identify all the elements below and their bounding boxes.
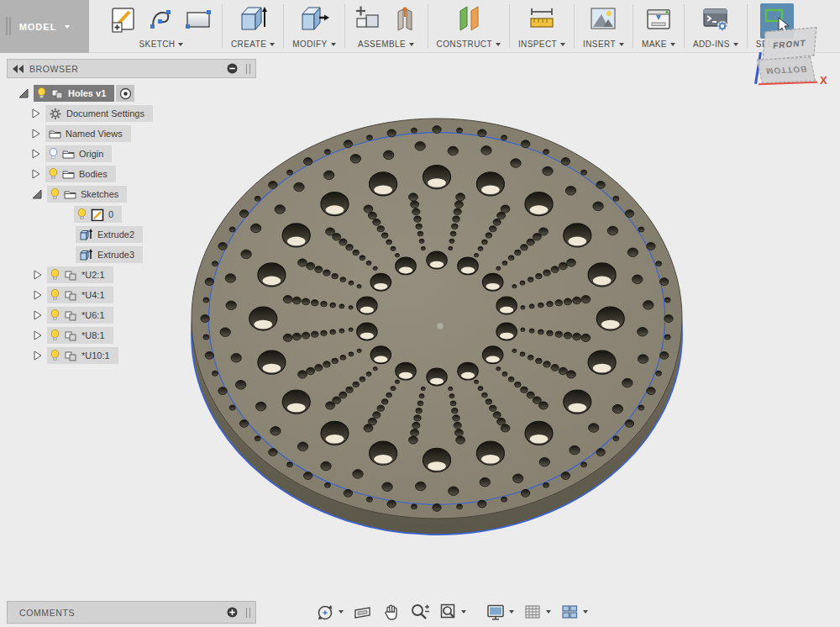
grid-snap-button[interactable] — [520, 600, 554, 624]
insert-canvas-button[interactable] — [587, 4, 619, 38]
look-at-button[interactable] — [349, 600, 375, 624]
expand-closed-icon[interactable] — [34, 290, 42, 300]
fit-button[interactable] — [436, 600, 470, 624]
tree-item-sketch-0[interactable]: 0 — [74, 206, 122, 223]
panel-resize-grip[interactable] — [246, 64, 250, 74]
tree-item-u2[interactable]: *U2:1 — [47, 266, 113, 283]
tree-row-u4[interactable]: *U4:1 — [7, 285, 256, 305]
create-sketch-icon — [109, 4, 138, 34]
extrude-button[interactable] — [237, 3, 269, 39]
tree-item-extrude3[interactable]: Extrude3 — [76, 246, 143, 263]
collapse-panel-icon[interactable] — [13, 65, 24, 73]
measure-button[interactable] — [526, 4, 558, 38]
expand-closed-icon[interactable] — [34, 350, 42, 361]
viewports-button[interactable] — [557, 600, 591, 624]
sketch-menu[interactable]: SKETCH — [139, 40, 184, 49]
create-sketch-button[interactable] — [109, 4, 138, 38]
toolbar-grip[interactable] — [6, 17, 11, 35]
tree-row-sketch-0[interactable]: 0 — [7, 204, 256, 224]
expand-closed-icon[interactable] — [32, 149, 40, 159]
tree-item-named-views[interactable]: Named Views — [45, 125, 131, 142]
tree-row-sketches[interactable]: Sketches — [7, 184, 256, 204]
3d-print-button[interactable] — [643, 4, 674, 38]
tree-item-document-settings[interactable]: Document Settings — [45, 105, 153, 122]
display-settings-button[interactable] — [483, 600, 517, 624]
tree-row-extrude3[interactable]: Extrude3 — [7, 245, 256, 265]
tree-row-document-settings[interactable]: Document Settings — [7, 103, 256, 124]
add-comment-icon[interactable] — [227, 607, 238, 618]
3d-print-icon — [643, 4, 674, 34]
top-toolbar: MODEL — [0, 0, 840, 53]
addins-menu[interactable]: ADD-INS — [693, 40, 738, 49]
inspect-menu[interactable]: INSPECT — [518, 40, 565, 49]
tree-row-bodies[interactable]: Bodies — [7, 164, 256, 184]
expand-closed-icon[interactable] — [32, 108, 40, 119]
workspace-switcher[interactable]: MODEL — [0, 0, 89, 53]
tree-row-root[interactable]: Holes v1 — [7, 83, 256, 103]
expand-closed-icon[interactable] — [34, 310, 42, 320]
tree-row-u8[interactable]: *U8:1 — [7, 325, 256, 345]
visibility-bulb-off-icon[interactable] — [49, 148, 58, 160]
construct-plane-button[interactable] — [454, 3, 484, 39]
chevron-down-icon — [619, 43, 624, 46]
tree-item-bodies[interactable]: Bodies — [45, 166, 116, 182]
visibility-bulb-on-icon[interactable] — [50, 309, 60, 321]
tree-item-extrude2[interactable]: Extrude2 — [76, 226, 143, 243]
toolbar-group-construct: CONSTRUCT — [428, 0, 509, 52]
viewcube[interactable]: FRONT BOTTOM X — [753, 20, 837, 92]
tree-item-u8[interactable]: *U8:1 — [47, 327, 113, 344]
tree-item-u6[interactable]: *U6:1 — [47, 307, 113, 324]
remove-panel-icon[interactable] — [227, 63, 238, 74]
visibility-bulb-on-icon[interactable] — [49, 168, 58, 180]
tree-row-u10[interactable]: *U10:1 — [7, 345, 256, 366]
expand-open-icon[interactable] — [32, 189, 42, 199]
panel-resize-grip[interactable] — [246, 608, 250, 618]
expand-closed-icon[interactable] — [34, 270, 42, 280]
rectangle-button[interactable] — [183, 4, 213, 38]
expand-closed-icon[interactable] — [32, 169, 40, 179]
chevron-down-icon — [670, 43, 675, 46]
scripts-addins-button[interactable] — [700, 4, 732, 38]
component-icon — [64, 269, 77, 281]
expand-open-icon[interactable] — [18, 88, 29, 98]
expand-closed-icon[interactable] — [32, 129, 40, 139]
tree-row-u6[interactable]: *U6:1 — [7, 305, 256, 325]
tree-row-extrude2[interactable]: Extrude2 — [7, 224, 256, 245]
visibility-bulb-on-icon[interactable] — [77, 208, 87, 220]
joint-button[interactable] — [391, 4, 419, 38]
viewcube-bottom-face[interactable]: BOTTOM — [757, 56, 816, 83]
tree-item-u10[interactable]: *U10:1 — [47, 347, 118, 364]
construct-menu[interactable]: CONSTRUCT — [437, 40, 501, 49]
expand-closed-icon[interactable] — [34, 330, 42, 340]
browser-header[interactable]: BROWSER — [7, 59, 256, 78]
visibility-bulb-on-icon[interactable] — [37, 87, 46, 99]
assemble-menu[interactable]: ASSEMBLE — [358, 40, 414, 49]
construct-plane-icon — [454, 3, 484, 35]
activate-component-radio[interactable] — [116, 85, 134, 102]
tree-item-sketches[interactable]: Sketches — [47, 186, 127, 203]
tree-item-origin[interactable]: Origin — [45, 145, 112, 162]
orbit-button[interactable] — [312, 600, 347, 624]
zoom-button[interactable] — [407, 600, 433, 624]
tree-item-root[interactable]: Holes v1 — [34, 85, 114, 102]
modify-menu[interactable]: MODIFY — [292, 40, 335, 49]
comments-panel[interactable]: COMMENTS — [7, 601, 256, 624]
tree-row-origin[interactable]: Origin — [7, 144, 256, 164]
tree-item-u4[interactable]: *U4:1 — [47, 287, 113, 303]
tree-row-u2[interactable]: *U2:1 — [7, 265, 256, 285]
viewcube-front-face[interactable]: FRONT — [763, 27, 817, 61]
press-pull-button[interactable] — [298, 3, 330, 39]
visibility-bulb-on-icon[interactable] — [50, 289, 60, 301]
make-menu[interactable]: MAKE — [642, 40, 675, 49]
new-component-icon — [354, 4, 382, 34]
visibility-bulb-on-icon[interactable] — [50, 269, 60, 281]
create-menu[interactable]: CREATE — [231, 40, 275, 49]
pan-button[interactable] — [378, 600, 404, 624]
visibility-bulb-on-icon[interactable] — [50, 350, 60, 361]
visibility-bulb-on-icon[interactable] — [50, 329, 60, 341]
visibility-bulb-on-icon[interactable] — [50, 188, 60, 200]
insert-menu[interactable]: INSERT — [583, 40, 624, 49]
spline-button[interactable] — [146, 4, 175, 38]
tree-row-named-views[interactable]: Named Views — [7, 124, 256, 144]
new-component-button[interactable] — [354, 4, 382, 38]
